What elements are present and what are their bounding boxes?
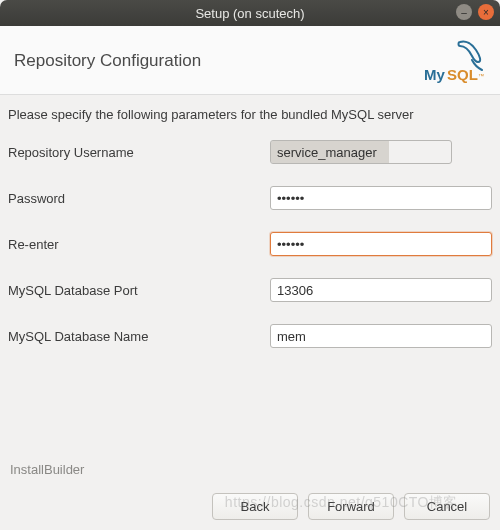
content-area: Please specify the following parameters …	[0, 95, 500, 348]
close-icon[interactable]: ×	[478, 4, 494, 20]
label-reenter: Re-enter	[8, 237, 270, 252]
footer: InstallBuilder Back Forward Cancel	[0, 454, 500, 530]
row-dbname: MySQL Database Name	[8, 324, 492, 348]
username-input[interactable]	[270, 140, 452, 164]
intro-text: Please specify the following parameters …	[8, 107, 492, 122]
label-dbname: MySQL Database Name	[8, 329, 270, 344]
row-username: Repository Username	[8, 140, 492, 164]
cancel-button[interactable]: Cancel	[404, 493, 490, 520]
label-port: MySQL Database Port	[8, 283, 270, 298]
page-title: Repository Configuration	[14, 51, 201, 71]
forward-button[interactable]: Forward	[308, 493, 394, 520]
window-controls: – ×	[456, 4, 494, 20]
button-row: Back Forward Cancel	[10, 493, 490, 520]
dbname-input[interactable]	[270, 324, 492, 348]
window-title: Setup (on scutech)	[0, 6, 500, 21]
row-reenter: Re-enter	[8, 232, 492, 256]
username-field-wrap	[270, 140, 492, 164]
minimize-icon[interactable]: –	[456, 4, 472, 20]
header: Repository Configuration My SQL ™	[0, 26, 500, 95]
title-bar: Setup (on scutech) – ×	[0, 0, 500, 26]
password-input[interactable]	[270, 186, 492, 210]
mysql-logo-icon: My SQL ™	[422, 38, 486, 84]
label-username: Repository Username	[8, 145, 270, 160]
row-password: Password	[8, 186, 492, 210]
label-password: Password	[8, 191, 270, 206]
reenter-input[interactable]	[270, 232, 492, 256]
port-input[interactable]	[270, 278, 492, 302]
svg-text:SQL: SQL	[447, 66, 478, 83]
back-button[interactable]: Back	[212, 493, 298, 520]
row-port: MySQL Database Port	[8, 278, 492, 302]
installbuilder-label: InstallBuilder	[10, 462, 490, 477]
svg-text:™: ™	[478, 73, 484, 79]
svg-text:My: My	[424, 66, 445, 83]
